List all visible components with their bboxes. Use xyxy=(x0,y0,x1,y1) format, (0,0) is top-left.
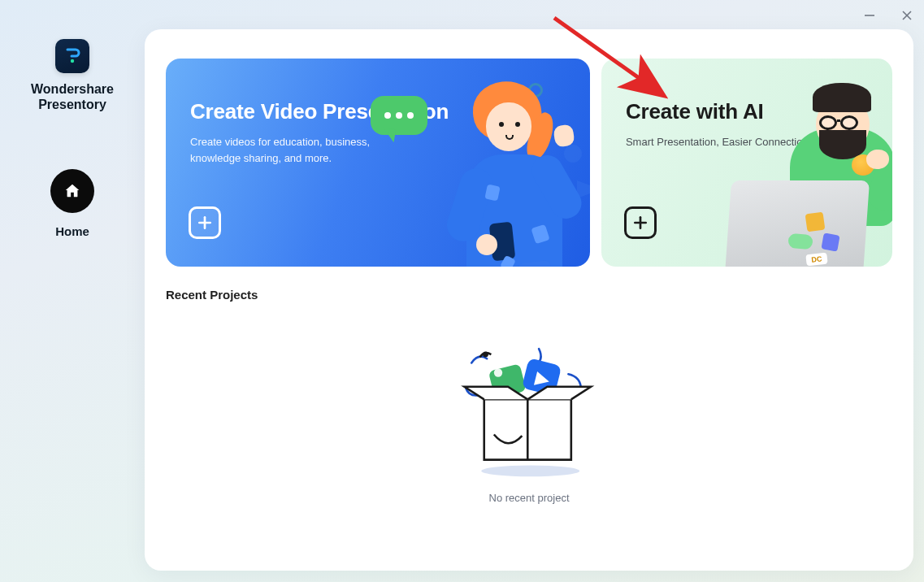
home-button[interactable] xyxy=(50,169,94,213)
create-video-card[interactable]: Create Video Presentation Create videos … xyxy=(166,59,590,267)
laptop-icon xyxy=(725,180,870,267)
nav: Home xyxy=(50,169,94,238)
recent-projects-heading: Recent Projects xyxy=(166,288,892,302)
plus-icon xyxy=(189,206,221,239)
sidebar: Wondershare Presentory Home xyxy=(0,24,145,238)
card-illustration: DC xyxy=(731,80,892,267)
app-logo xyxy=(55,39,89,73)
card-illustration xyxy=(338,59,590,267)
minimize-button[interactable] xyxy=(862,8,877,23)
action-cards: Create Video Presentation Create videos … xyxy=(166,59,892,267)
empty-label: No recent project xyxy=(489,492,570,504)
svg-point-11 xyxy=(494,368,502,376)
brand-line2: Presentory xyxy=(31,97,114,112)
empty-box-icon xyxy=(452,342,606,480)
window-controls xyxy=(862,8,914,23)
main-panel: Create Video Presentation Create videos … xyxy=(145,29,913,571)
svg-point-13 xyxy=(481,466,579,477)
sticker-label: DC xyxy=(805,253,827,267)
svg-point-4 xyxy=(71,59,74,63)
close-button[interactable] xyxy=(900,8,914,23)
create-ai-card[interactable]: Create with AI Smart Presentation, Easie… xyxy=(601,59,892,267)
brand-name: Wondershare Presentory xyxy=(31,81,114,112)
brand-line1: Wondershare xyxy=(31,81,114,97)
empty-state: No recent project xyxy=(166,342,892,504)
home-icon xyxy=(63,182,81,200)
home-label: Home xyxy=(55,224,89,238)
plus-icon xyxy=(624,206,657,239)
